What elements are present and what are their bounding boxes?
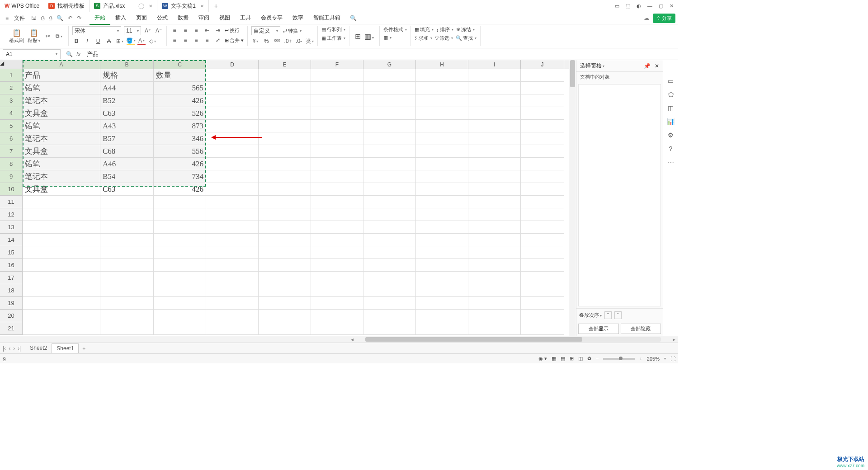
cell[interactable] [416, 132, 468, 145]
underline-button[interactable]: U [94, 37, 102, 45]
cell[interactable] [468, 82, 521, 94]
cell[interactable] [154, 234, 206, 246]
cell[interactable] [468, 170, 521, 183]
cell[interactable] [363, 69, 416, 82]
cell[interactable] [23, 284, 100, 297]
cell[interactable] [363, 158, 416, 170]
menu-item[interactable]: 开始 [90, 12, 110, 25]
row-header[interactable]: 8 [0, 158, 23, 170]
type-convert-icon[interactable]: 类 [306, 37, 314, 45]
formula-input[interactable]: 产品 [83, 50, 102, 58]
cell[interactable] [259, 272, 311, 284]
cell[interactable] [154, 246, 206, 259]
cell[interactable] [100, 284, 154, 297]
column-header[interactable]: G [363, 60, 416, 69]
share-button[interactable]: ⇧ 分享 [653, 14, 675, 23]
cell[interactable] [23, 310, 100, 322]
style-button[interactable]: ▥ [363, 25, 376, 47]
cell[interactable] [468, 158, 521, 170]
cell[interactable] [154, 221, 206, 234]
column-header[interactable]: I [468, 60, 521, 69]
cell[interactable] [259, 107, 311, 120]
cell[interactable] [154, 259, 206, 272]
cell[interactable]: 产品 [23, 69, 100, 82]
sheet-tab[interactable]: Sheet1 [52, 343, 79, 353]
document-tab[interactable]: S产品.xlsx◯✕ [90, 0, 157, 12]
cell[interactable] [416, 107, 468, 120]
cell[interactable] [521, 145, 564, 158]
indent-inc-icon[interactable]: ⇥ [214, 26, 222, 34]
row-header[interactable]: 3 [0, 94, 23, 107]
cell[interactable] [416, 297, 468, 310]
row-header[interactable]: 13 [0, 221, 23, 234]
cell[interactable]: A43 [100, 120, 154, 132]
cell[interactable] [416, 120, 468, 132]
align-left-icon[interactable]: ≡ [170, 36, 179, 44]
cell[interactable] [100, 322, 154, 335]
cell[interactable] [154, 208, 206, 221]
align-justify-icon[interactable]: ≡ [203, 36, 211, 44]
cell[interactable] [416, 170, 468, 183]
wrap-text-button[interactable]: ↩ 换行 [225, 27, 240, 34]
zoom-level[interactable]: 205% [647, 356, 660, 362]
cube-icon[interactable]: ⬚ [626, 3, 630, 9]
cell[interactable] [154, 196, 206, 208]
cell[interactable] [23, 322, 100, 335]
cell[interactable] [468, 272, 521, 284]
cell[interactable] [206, 158, 259, 170]
cell[interactable] [311, 310, 363, 322]
menu-item[interactable]: 工具 [235, 12, 256, 25]
cell[interactable] [521, 297, 564, 310]
cell[interactable] [206, 310, 259, 322]
align-right-icon[interactable]: ≡ [192, 36, 200, 44]
row-header[interactable]: 7 [0, 145, 23, 158]
cell[interactable] [23, 297, 100, 310]
cell[interactable]: 笔记本 [23, 94, 100, 107]
cell[interactable] [259, 196, 311, 208]
cell[interactable] [154, 272, 206, 284]
options-icon[interactable]: ✿ [587, 356, 591, 362]
cell[interactable] [311, 297, 363, 310]
row-header[interactable]: 10 [0, 183, 23, 196]
worksheet-button[interactable]: ▦ 工作表 [321, 35, 345, 42]
cell[interactable] [259, 69, 311, 82]
spreadsheet-grid[interactable]: ◢ABCDEFGHIJ 1产品规格数量2铅笔A445653笔记本B524264文… [0, 60, 569, 336]
cell[interactable] [154, 297, 206, 310]
cell[interactable]: 文具盒 [23, 183, 100, 196]
cell[interactable]: C63 [100, 183, 154, 196]
cell[interactable]: 734 [154, 170, 206, 183]
cell[interactable] [259, 170, 311, 183]
fx-icon[interactable]: fx [76, 51, 80, 57]
cell[interactable] [468, 183, 521, 196]
cell[interactable] [363, 183, 416, 196]
cell[interactable]: 铅笔 [23, 82, 100, 94]
row-header[interactable]: 11 [0, 196, 23, 208]
cell[interactable] [468, 145, 521, 158]
cell[interactable] [416, 145, 468, 158]
file-menu[interactable]: 文件 [11, 14, 28, 22]
row-header[interactable]: 21 [0, 322, 23, 335]
cell[interactable] [468, 322, 521, 335]
cell[interactable] [468, 132, 521, 145]
cell[interactable] [23, 196, 100, 208]
move-down-icon[interactable]: ˅ [614, 311, 622, 319]
cell[interactable] [23, 272, 100, 284]
cell[interactable] [521, 196, 564, 208]
cell[interactable] [259, 94, 311, 107]
cell[interactable] [363, 82, 416, 94]
cell[interactable] [363, 284, 416, 297]
cell[interactable] [363, 145, 416, 158]
tab-close-icon[interactable]: ✕ [200, 4, 204, 9]
row-header[interactable]: 12 [0, 208, 23, 221]
cell[interactable] [521, 259, 564, 272]
font-size-select[interactable]: 11▾ [124, 26, 141, 35]
cell[interactable] [416, 69, 468, 82]
window-maximize-icon[interactable]: ▢ [659, 3, 663, 9]
cell[interactable] [100, 259, 154, 272]
column-header[interactable]: H [416, 60, 468, 69]
cell[interactable] [100, 196, 154, 208]
cell[interactable] [416, 183, 468, 196]
cell[interactable]: 铅笔 [23, 158, 100, 170]
decimal-inc-icon[interactable]: .0+ [284, 37, 292, 45]
link-icon[interactable]: ⎙ [41, 15, 44, 21]
